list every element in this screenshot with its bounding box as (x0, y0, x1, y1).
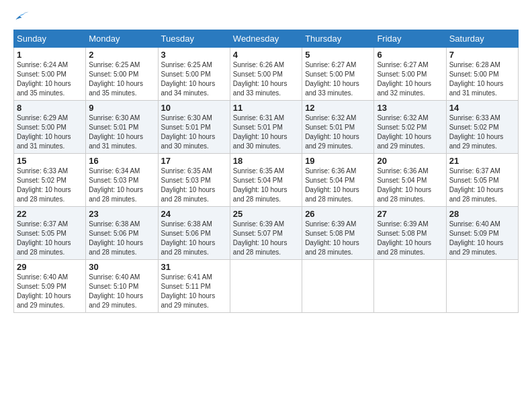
calendar-cell: 12Sunrise: 6:32 AMSunset: 5:01 PMDayligh… (302, 101, 374, 154)
day-number: 5 (305, 50, 371, 60)
day-number: 15 (17, 156, 83, 166)
day-number: 22 (17, 209, 83, 219)
day-detail: Sunrise: 6:30 AMSunset: 5:01 PMDaylight:… (89, 113, 154, 151)
calendar-cell: 24Sunrise: 6:38 AMSunset: 5:06 PMDayligh… (158, 207, 230, 260)
day-number: 1 (17, 50, 83, 60)
day-detail: Sunrise: 6:33 AMSunset: 5:02 PMDaylight:… (17, 167, 83, 204)
day-detail: Sunrise: 6:38 AMSunset: 5:06 PMDaylight:… (89, 220, 154, 257)
day-detail: Sunrise: 6:39 AMSunset: 5:08 PMDaylight:… (305, 220, 371, 257)
day-detail: Sunrise: 6:40 AMSunset: 5:09 PMDaylight:… (17, 273, 83, 310)
column-header-tuesday: Tuesday (158, 30, 230, 48)
calendar-cell: 13Sunrise: 6:32 AMSunset: 5:02 PMDayligh… (374, 101, 446, 154)
day-detail: Sunrise: 6:32 AMSunset: 5:01 PMDaylight:… (305, 113, 371, 151)
column-header-monday: Monday (86, 30, 158, 48)
header (13, 11, 519, 23)
day-number: 26 (305, 209, 371, 219)
calendar-table: SundayMondayTuesdayWednesdayThursdayFrid… (13, 30, 519, 313)
column-header-thursday: Thursday (302, 30, 374, 48)
calendar-header-row: SundayMondayTuesdayWednesdayThursdayFrid… (14, 30, 519, 48)
calendar-cell: 8Sunrise: 6:29 AMSunset: 5:00 PMDaylight… (14, 101, 86, 154)
day-detail: Sunrise: 6:27 AMSunset: 5:00 PMDaylight:… (377, 60, 443, 98)
day-number: 7 (449, 50, 515, 60)
day-detail: Sunrise: 6:37 AMSunset: 5:05 PMDaylight:… (17, 220, 83, 257)
page: SundayMondayTuesdayWednesdayThursdayFrid… (0, 0, 532, 320)
logo-bird-icon (15, 11, 30, 23)
week-row-4: 22Sunrise: 6:37 AMSunset: 5:05 PMDayligh… (14, 207, 519, 260)
day-detail: Sunrise: 6:37 AMSunset: 5:05 PMDaylight:… (449, 167, 515, 204)
calendar-cell: 1Sunrise: 6:24 AMSunset: 5:00 PMDaylight… (14, 48, 86, 101)
day-detail: Sunrise: 6:29 AMSunset: 5:00 PMDaylight:… (17, 113, 83, 151)
day-number: 30 (89, 262, 154, 272)
calendar-cell: 18Sunrise: 6:35 AMSunset: 5:04 PMDayligh… (230, 154, 302, 207)
day-detail: Sunrise: 6:27 AMSunset: 5:00 PMDaylight:… (305, 60, 371, 98)
day-detail: Sunrise: 6:25 AMSunset: 5:00 PMDaylight:… (89, 60, 154, 98)
calendar-cell: 26Sunrise: 6:39 AMSunset: 5:08 PMDayligh… (302, 207, 374, 260)
day-number: 21 (449, 156, 515, 166)
calendar-cell (230, 260, 302, 313)
day-number: 6 (377, 50, 443, 60)
day-number: 4 (233, 50, 299, 60)
calendar-cell: 10Sunrise: 6:30 AMSunset: 5:01 PMDayligh… (158, 101, 230, 154)
day-detail: Sunrise: 6:31 AMSunset: 5:01 PMDaylight:… (233, 113, 299, 151)
calendar-cell: 19Sunrise: 6:36 AMSunset: 5:04 PMDayligh… (302, 154, 374, 207)
day-detail: Sunrise: 6:40 AMSunset: 5:10 PMDaylight:… (89, 273, 154, 310)
calendar-cell: 29Sunrise: 6:40 AMSunset: 5:09 PMDayligh… (14, 260, 86, 313)
day-number: 11 (233, 103, 299, 113)
week-row-3: 15Sunrise: 6:33 AMSunset: 5:02 PMDayligh… (14, 154, 519, 207)
calendar-cell: 21Sunrise: 6:37 AMSunset: 5:05 PMDayligh… (446, 154, 518, 207)
day-detail: Sunrise: 6:36 AMSunset: 5:04 PMDaylight:… (377, 167, 443, 204)
column-header-friday: Friday (374, 30, 446, 48)
day-detail: Sunrise: 6:36 AMSunset: 5:04 PMDaylight:… (305, 167, 371, 204)
day-number: 28 (449, 209, 515, 219)
day-number: 25 (233, 209, 299, 219)
day-number: 2 (89, 50, 154, 60)
calendar-cell: 4Sunrise: 6:26 AMSunset: 5:00 PMDaylight… (230, 48, 302, 101)
day-detail: Sunrise: 6:24 AMSunset: 5:00 PMDaylight:… (17, 60, 83, 98)
calendar-cell: 16Sunrise: 6:34 AMSunset: 5:03 PMDayligh… (86, 154, 158, 207)
calendar-body: 1Sunrise: 6:24 AMSunset: 5:00 PMDaylight… (14, 48, 519, 313)
calendar-cell (374, 260, 446, 313)
calendar-cell: 7Sunrise: 6:28 AMSunset: 5:00 PMDaylight… (446, 48, 518, 101)
calendar-cell: 17Sunrise: 6:35 AMSunset: 5:03 PMDayligh… (158, 154, 230, 207)
calendar-cell: 25Sunrise: 6:39 AMSunset: 5:07 PMDayligh… (230, 207, 302, 260)
day-detail: Sunrise: 6:33 AMSunset: 5:02 PMDaylight:… (449, 113, 515, 151)
calendar-cell: 3Sunrise: 6:25 AMSunset: 5:00 PMDaylight… (158, 48, 230, 101)
logo (13, 11, 30, 23)
calendar-cell: 11Sunrise: 6:31 AMSunset: 5:01 PMDayligh… (230, 101, 302, 154)
calendar-cell: 6Sunrise: 6:27 AMSunset: 5:00 PMDaylight… (374, 48, 446, 101)
day-detail: Sunrise: 6:34 AMSunset: 5:03 PMDaylight:… (89, 167, 154, 204)
calendar-cell: 22Sunrise: 6:37 AMSunset: 5:05 PMDayligh… (14, 207, 86, 260)
calendar-cell (302, 260, 374, 313)
day-detail: Sunrise: 6:40 AMSunset: 5:09 PMDaylight:… (449, 220, 515, 257)
column-header-wednesday: Wednesday (230, 30, 302, 48)
calendar-cell: 31Sunrise: 6:41 AMSunset: 5:11 PMDayligh… (158, 260, 230, 313)
day-number: 8 (17, 103, 83, 113)
day-number: 3 (161, 50, 227, 60)
day-detail: Sunrise: 6:41 AMSunset: 5:11 PMDaylight:… (161, 273, 227, 310)
day-detail: Sunrise: 6:32 AMSunset: 5:02 PMDaylight:… (377, 113, 443, 151)
day-detail: Sunrise: 6:26 AMSunset: 5:00 PMDaylight:… (233, 60, 299, 98)
day-number: 29 (17, 262, 83, 272)
column-header-sunday: Sunday (14, 30, 86, 48)
day-number: 14 (449, 103, 515, 113)
calendar-cell (446, 260, 518, 313)
calendar-cell: 15Sunrise: 6:33 AMSunset: 5:02 PMDayligh… (14, 154, 86, 207)
calendar-cell: 20Sunrise: 6:36 AMSunset: 5:04 PMDayligh… (374, 154, 446, 207)
day-number: 27 (377, 209, 443, 219)
calendar-cell: 30Sunrise: 6:40 AMSunset: 5:10 PMDayligh… (86, 260, 158, 313)
calendar-cell: 28Sunrise: 6:40 AMSunset: 5:09 PMDayligh… (446, 207, 518, 260)
calendar-cell: 9Sunrise: 6:30 AMSunset: 5:01 PMDaylight… (86, 101, 158, 154)
day-number: 16 (89, 156, 154, 166)
week-row-1: 1Sunrise: 6:24 AMSunset: 5:00 PMDaylight… (14, 48, 519, 101)
calendar-cell: 27Sunrise: 6:39 AMSunset: 5:08 PMDayligh… (374, 207, 446, 260)
day-number: 23 (89, 209, 154, 219)
logo-text (13, 11, 30, 23)
day-number: 18 (233, 156, 299, 166)
column-header-saturday: Saturday (446, 30, 518, 48)
calendar-cell: 2Sunrise: 6:25 AMSunset: 5:00 PMDaylight… (86, 48, 158, 101)
day-detail: Sunrise: 6:38 AMSunset: 5:06 PMDaylight:… (161, 220, 227, 257)
week-row-2: 8Sunrise: 6:29 AMSunset: 5:00 PMDaylight… (14, 101, 519, 154)
day-number: 24 (161, 209, 227, 219)
day-detail: Sunrise: 6:25 AMSunset: 5:00 PMDaylight:… (161, 60, 227, 98)
day-detail: Sunrise: 6:39 AMSunset: 5:07 PMDaylight:… (233, 220, 299, 257)
